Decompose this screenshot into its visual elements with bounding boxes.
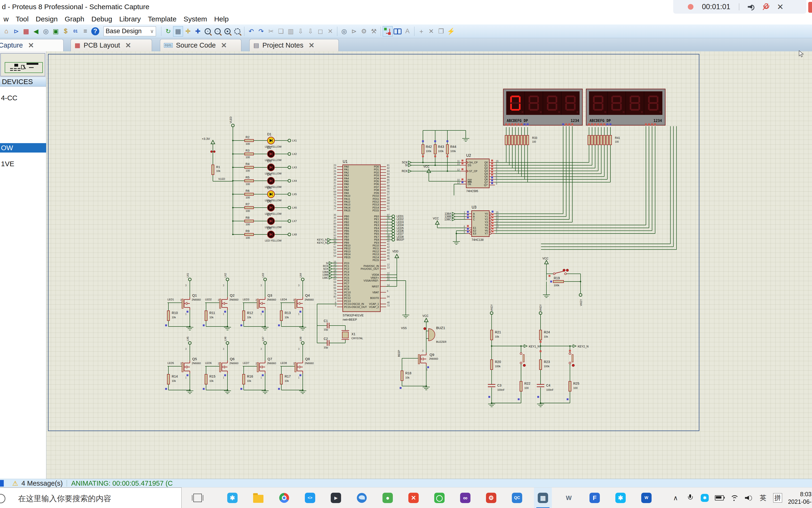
taskbar-app-proteus-app[interactable]: ▦ [534,488,552,508]
taskbar-app-w-gray-app[interactable]: W [560,488,578,508]
property-assign-icon[interactable]: A [402,26,412,37]
undo-icon[interactable]: ↶ [246,26,256,37]
fet-cell-Q2[interactable]: LX23Q22N6660LED22R1110k1 [203,273,239,330]
design-root-combo[interactable]: Base Design∨ [103,26,156,36]
pcb-icon[interactable]: ▦ [21,26,31,37]
component-mode-icon[interactable]: ⊳ [11,26,21,37]
buzzer-BUZ1[interactable]: VCCBUZ1BUZZER3Q92N6660BEEP2R1810k1 [397,314,446,390]
task-view-icon[interactable] [193,494,202,502]
zoom-out-icon[interactable]: − [212,26,223,37]
key-column-KEY2_N[interactable]: VKEYR2410kKEY2_NR23100kC4100nFR25100 [537,304,588,407]
menu-item-design[interactable]: Design [32,15,61,23]
decoder-U3[interactable]: U374HC1381A2B3C6E14E25E315Y014Y113Y212Y3… [464,205,498,242]
help-icon[interactable]: ? [91,27,99,35]
tab-project-notes[interactable]: ▤Project Notes✕ [249,39,339,51]
tab-tic-capture[interactable]: tic Capture✕ [0,39,63,51]
fet-cell-Q8[interactable]: LX83Q82N6660LED82R1710k1 [278,337,314,393]
block-copy-icon[interactable]: ⇩ [296,26,305,37]
origin-icon[interactable]: ✛ [183,26,193,37]
block-rotate-icon[interactable]: ◻ [316,26,325,37]
taskbar-app-edge-browser[interactable] [353,488,371,508]
tray-expand-icon[interactable]: ∧ [669,488,683,508]
speaker-icon[interactable] [748,4,754,10]
new-sheet-icon[interactable]: ＋ [416,26,426,37]
refresh-icon[interactable]: ↻ [163,26,173,37]
make-device-icon[interactable]: ⊳ [349,26,359,37]
stop-button-partial[interactable] [808,2,812,13]
ic-doc-icon[interactable]: ▣ [51,26,61,37]
tab-pcb-layout[interactable]: ▦PCB Layout✕ [70,39,152,51]
grid-toggle-icon[interactable]: ▦ [173,26,183,37]
7seg-display-left[interactable]: ABCDEFG DP1234 [504,89,582,125]
block-delete-icon[interactable]: ✕ [325,26,335,37]
taskbar-app-chrome-browser[interactable] [275,488,293,508]
fet-cell-Q6[interactable]: LX63Q62N6660LED62R1510k1 [203,337,239,393]
tab-close-icon[interactable]: ✕ [308,41,315,49]
taskbar-app-green-app[interactable]: ● [379,488,396,508]
schematic-overview-preview[interactable] [0,53,45,76]
taskbar-app-vscode[interactable]: <> [301,488,319,508]
taskbar-app-word[interactable]: W [637,488,655,508]
pick-parts-icon[interactable]: ◎ [339,26,349,37]
design-explorer-icon[interactable]: ⚡ [446,26,456,37]
search-icon[interactable] [393,26,402,37]
pan-icon[interactable]: ✚ [193,26,203,37]
goto-sheet-icon[interactable]: ❐ [436,26,446,37]
zoom-area-icon[interactable]: ■ [223,26,232,37]
7seg-display-right[interactable]: ABCDEFG DP1234 [586,89,665,125]
tray-battery-icon[interactable] [712,488,726,508]
bom-icon[interactable]: $ [61,26,70,37]
menu-item-tool[interactable]: Tool [12,15,32,23]
tray-wifi-icon[interactable] [727,488,741,508]
device-item-4-cc[interactable]: 4-CC [0,93,46,102]
tray-mic-icon[interactable] [683,488,697,508]
fet-cell-Q5[interactable]: LX53Q52N6660LED52R1410k1 [165,337,201,393]
taskbar-app-netdisk-app[interactable]: ✱ [224,488,241,508]
tray-tim-icon[interactable]: ✱ [698,488,712,508]
shift-register-U2[interactable]: U274HC59511SH_CP14DS12ST_CP10MR13OE15Q01… [457,154,499,193]
paste-icon[interactable]: ▥ [286,26,296,37]
taskbar-app-visual-studio[interactable]: ∞ [456,488,474,508]
menu-item-help[interactable]: Help [210,15,232,23]
fet-cell-Q1[interactable]: LX13Q12N6660LED12R1010k1 [165,273,201,330]
menu-item-template[interactable]: Template [144,15,180,23]
ime-lang[interactable]: 英 [756,488,770,508]
notes-icon[interactable]: ≡ [81,26,90,37]
taskbar-app-dark-media-app[interactable]: ▶ [327,488,345,508]
taskbar-clock[interactable]: 8:03 2021-06- [786,490,812,505]
led-row-D8[interactable]: R9100D8LED-YELLOWLX8 [245,226,297,242]
ime-mode[interactable]: 拼 [771,488,785,508]
menu-item-library[interactable]: Library [116,15,144,23]
power-3v3[interactable]: +3.3VR110kVLED [202,137,225,180]
tray-volume-icon[interactable] [742,488,756,508]
tab-source-code[interactable]: 0101Source Code✕ [160,39,241,51]
block-move-icon[interactable]: ⇩ [305,26,316,37]
fet-cell-Q7[interactable]: LX73Q72N6660LED72R1610k1 [240,337,276,393]
tab-close-icon[interactable]: ✕ [28,41,34,49]
taskbar-app-settings-red-app[interactable]: ⚙ [482,488,500,508]
message-count[interactable]: 4 Message(s) [21,479,63,487]
source-code-icon[interactable]: 01 [70,26,81,37]
home-icon[interactable]: ⌂ [1,26,11,37]
device-item-ow[interactable]: OW [0,143,46,153]
segment-resistor-packs[interactable]: R33100R41100 [505,135,620,145]
zoom-sheet-icon[interactable]: ◎ [41,26,51,37]
menu-item-w[interactable]: w [0,15,12,23]
fet-cell-Q4[interactable]: LX43Q42N6660LED42R1310k1 [278,273,314,330]
taskbar-app-tim-chat[interactable]: ✱ [612,488,629,508]
key-column-KEY1_N[interactable]: VKEYR2110kKEY1_NR20100kC3100nFR22100 [488,304,540,407]
taskbar-app-ring-app[interactable]: ◯ [430,488,448,508]
sim-control-partial[interactable] [0,480,4,486]
redo-icon[interactable]: ↷ [256,26,266,37]
zoom-in-icon[interactable]: + [203,26,212,37]
remove-sheet-icon[interactable]: ✕ [426,26,436,37]
device-item-1ve[interactable]: 1VE [0,159,46,169]
menu-item-graph[interactable]: Graph [61,15,88,23]
taskbar-app-f-blue-app[interactable]: F [586,488,604,508]
copy-icon[interactable]: ❏ [276,26,286,37]
wire-autoroute-icon[interactable] [383,26,393,37]
3d-view-icon[interactable]: ◀ [31,26,41,37]
taskbar-search[interactable]: 在这里输入你要搜索的内容 [0,488,182,508]
menu-item-debug[interactable]: Debug [88,15,116,23]
zoom-all-icon[interactable] [232,26,242,37]
